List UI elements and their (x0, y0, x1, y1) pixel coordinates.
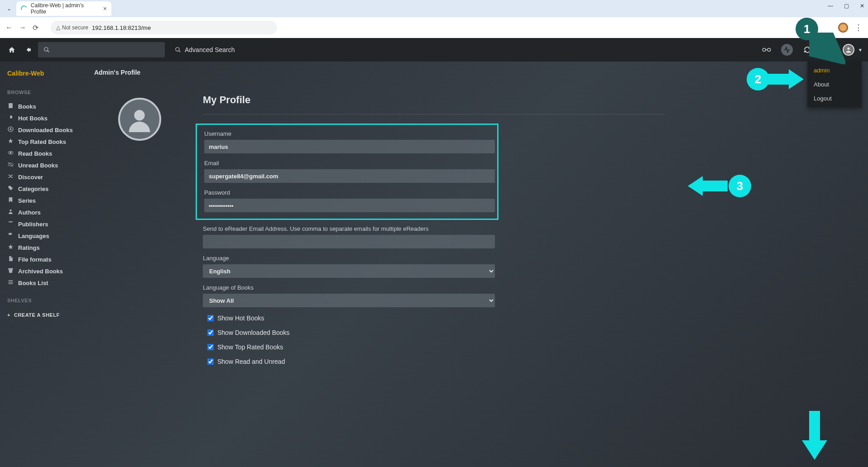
url-field[interactable]: △ Not secure 192.168.1.18:8213/me (51, 21, 277, 34)
browser-chrome: ⌄ Calibre-Web | admin's Profile × — ▢ ✕ … (0, 0, 868, 38)
sidebar-item-series[interactable]: Series (7, 195, 85, 206)
browser-profile-icon[interactable] (838, 23, 848, 33)
annotation-arrow-1 (809, 33, 845, 66)
list-icon (7, 279, 14, 286)
reload-icon[interactable]: ⟳ (33, 24, 41, 32)
appbar: Advanced Search ▼ (0, 38, 868, 62)
sidebar-item-publishers[interactable]: Publishers (7, 218, 85, 230)
sidebar-item-file-formats[interactable]: File formats (7, 253, 85, 265)
profile-avatar-icon (118, 98, 161, 141)
favicon-icon (20, 5, 28, 13)
app-root: Advanced Search ▼ admin About Logout (0, 38, 868, 467)
checkbox-label: Show Hot Books (217, 315, 264, 322)
activity-icon[interactable] (781, 44, 793, 56)
bookmark-icon (7, 197, 14, 204)
tab-strip: ⌄ Calibre-Web | admin's Profile × — ▢ ✕ (0, 0, 868, 17)
browser-tab[interactable]: Calibre-Web | admin's Profile × (16, 1, 111, 16)
sidebar-item-label: Books (18, 103, 36, 110)
minimize-icon[interactable]: — (828, 3, 833, 9)
window-controls: — ▢ ✕ (828, 3, 864, 9)
sidebar-item-discover[interactable]: Discover (7, 171, 85, 183)
url-text: 192.168.1.18:8213/me (92, 24, 151, 31)
sidebar-item-read-books[interactable]: Read Books (7, 148, 85, 159)
checkbox-show-top-rated-books[interactable] (207, 344, 214, 350)
language-select[interactable]: English (203, 264, 495, 278)
advanced-search-link[interactable]: Advanced Search (175, 46, 235, 53)
sidebar-item-authors[interactable]: Authors (7, 206, 85, 218)
checkbox-show-downloaded-books[interactable] (207, 329, 214, 336)
tab-title: Calibre-Web | admin's Profile (31, 2, 100, 15)
main-area: Calibre-Web BROWSE BooksHot BooksDownloa… (0, 62, 868, 467)
username-input[interactable] (204, 140, 495, 153)
sidebar-item-archived-books[interactable]: Archived Books (7, 265, 85, 277)
annotation-arrow-down (802, 411, 827, 462)
checkbox-row: Show Top Rated Books (207, 343, 665, 351)
warning-icon: △ (56, 24, 60, 31)
sidebar-item-books-list[interactable]: Books List (7, 277, 85, 289)
my-profile-heading: My Profile (203, 94, 665, 114)
sidebar: Calibre-Web BROWSE BooksHot BooksDownloa… (0, 62, 85, 467)
dropdown-item-about[interactable]: About (807, 77, 862, 91)
email-label: Email (204, 160, 490, 167)
sidebar-item-categories[interactable]: Categories (7, 183, 85, 195)
close-window-icon[interactable]: ✕ (860, 3, 864, 9)
password-input[interactable] (204, 199, 495, 212)
sidebar-item-hot-books[interactable]: Hot Books (7, 112, 85, 124)
svg-point-1 (176, 48, 179, 51)
glasses-icon[interactable] (760, 43, 773, 56)
svg-point-4 (847, 48, 849, 50)
not-secure-badge: △ Not secure (56, 24, 88, 31)
svg-point-0 (44, 48, 48, 51)
svg-marker-15 (802, 411, 827, 460)
sidebar-item-top-rated-books[interactable]: Top Rated Books (7, 136, 85, 148)
tabs-dropdown-icon[interactable]: ⌄ (4, 3, 14, 14)
sidebar-item-label: Downloaded Books (18, 127, 73, 133)
back-icon[interactable]: ← (5, 24, 14, 32)
checkbox-label: Show Top Rated Books (217, 343, 283, 351)
sidebar-item-label: Discover (18, 174, 43, 181)
dropdown-item-logout[interactable]: Logout (807, 91, 862, 105)
svg-point-7 (10, 152, 11, 153)
ereader-label: Send to eReader Email Address. Use comma… (203, 225, 502, 232)
sidebar-item-label: Languages (18, 233, 49, 239)
username-label: Username (204, 130, 490, 137)
profile-dropdown: admin About Logout (807, 62, 862, 107)
sidebar-item-books[interactable]: Books (7, 100, 85, 112)
checkbox-row: Show Hot Books (207, 315, 665, 322)
advanced-search-label: Advanced Search (185, 46, 235, 53)
maximize-icon[interactable]: ▢ (844, 3, 849, 9)
language-label: Language (203, 255, 502, 262)
svg-marker-14 (688, 176, 728, 196)
checkbox-show-read-and-unread[interactable] (207, 358, 214, 365)
sidebar-item-label: Unread Books (18, 162, 58, 169)
svg-line-12 (814, 37, 836, 56)
sidebar-item-label: Categories (18, 186, 48, 192)
book-icon (7, 103, 14, 110)
checkbox-show-hot-books[interactable] (207, 315, 214, 321)
language-books-select[interactable]: Show All (203, 294, 495, 307)
create-shelf-button[interactable]: + CREATE A SHELF (7, 312, 85, 318)
search-input[interactable] (38, 42, 165, 57)
sidebar-item-ratings[interactable]: Ratings (7, 242, 85, 253)
browser-menu-icon[interactable]: ⋮ (854, 23, 863, 33)
brand-label[interactable]: Calibre-Web (7, 70, 85, 77)
sidebar-item-downloaded-books[interactable]: Downloaded Books (7, 124, 85, 136)
forward-icon[interactable]: → (19, 24, 27, 32)
sidebar-item-languages[interactable]: Languages (7, 230, 85, 242)
email-input[interactable] (204, 169, 495, 183)
sidebar-item-label: Authors (18, 209, 41, 216)
not-secure-label: Not secure (62, 24, 88, 31)
home-icon[interactable] (5, 43, 18, 56)
svg-point-3 (767, 48, 771, 52)
close-tab-icon[interactable]: × (103, 5, 107, 12)
sidebar-item-unread-books[interactable]: Unread Books (7, 159, 85, 171)
caret-down-icon[interactable]: ▼ (858, 48, 863, 52)
checkbox-label: Show Read and Unread (217, 358, 285, 365)
back-app-icon[interactable] (22, 43, 34, 56)
star-icon (7, 138, 14, 145)
url-bar-row: ← → ⟳ △ Not secure 192.168.1.18:8213/me … (0, 17, 868, 38)
eye-off-icon (7, 162, 14, 169)
sidebar-item-label: Top Rated Books (18, 138, 66, 145)
ereader-input[interactable] (203, 235, 495, 248)
browse-section-label: BROWSE (7, 90, 85, 95)
